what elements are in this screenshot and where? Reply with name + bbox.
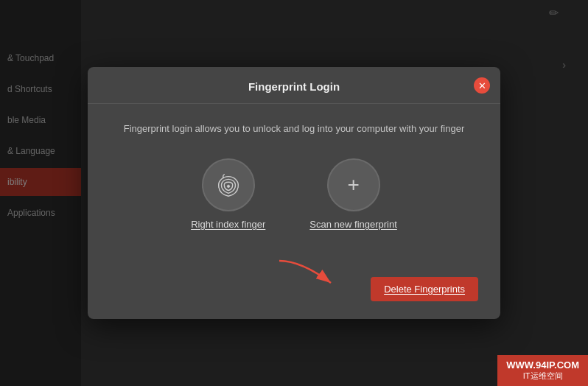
watermark-url: WWW.94IP.COM xyxy=(506,359,579,371)
fingerprint-icon-circle xyxy=(202,158,255,211)
fingerprint-item-add[interactable]: + Scan new fingerprint xyxy=(309,158,397,230)
fingerprint-existing-label: Right index finger xyxy=(191,219,265,230)
watermark: WWW.94IP.COM IT运维空间 xyxy=(497,355,588,386)
modal-body: Fingerprint login allows you to unlock a… xyxy=(88,104,500,270)
fingerprint-item-existing[interactable]: Right index finger xyxy=(191,158,265,230)
add-fingerprint-circle: + xyxy=(327,158,380,211)
modal-footer: Delete Fingerprints xyxy=(88,270,500,319)
modal-overlay: Fingerprint Login ✕ Fingerprint login al… xyxy=(0,0,588,386)
modal-close-button[interactable]: ✕ xyxy=(474,77,490,94)
modal-title: Fingerprint Login xyxy=(248,80,340,93)
fingerprint-items-list: Right index finger + Scan new fingerprin… xyxy=(110,158,478,230)
arrow-indicator xyxy=(272,253,353,297)
arrow-svg xyxy=(272,253,353,294)
fingerprint-login-modal: Fingerprint Login ✕ Fingerprint login al… xyxy=(88,67,500,319)
watermark-name: IT运维空间 xyxy=(506,371,579,382)
modal-description: Fingerprint login allows you to unlock a… xyxy=(110,122,478,136)
modal-header: Fingerprint Login ✕ xyxy=(88,67,500,104)
delete-fingerprints-button[interactable]: Delete Fingerprints xyxy=(371,277,478,301)
plus-icon: + xyxy=(347,175,359,195)
fingerprint-svg-icon xyxy=(214,171,242,199)
fingerprint-add-label: Scan new fingerprint xyxy=(309,219,397,230)
